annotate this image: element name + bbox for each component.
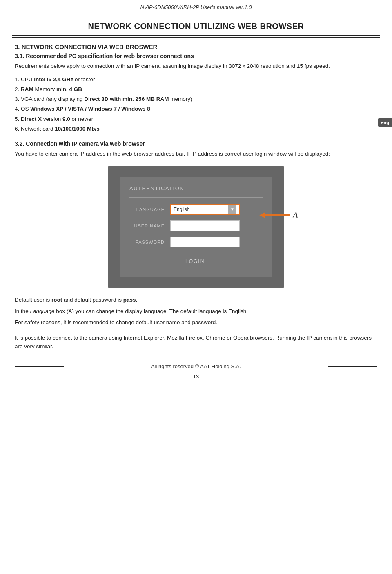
header-title: NVIP-6DN5060V/IRH-2P User's manual ver.1… [140, 4, 252, 10]
auth-divider [129, 197, 263, 198]
footer-area: All rights reserved © AAT Holding S.A. [0, 363, 392, 369]
auth-password-input[interactable] [170, 237, 240, 247]
auth-password-row: PASSWORD [129, 237, 263, 247]
safety-text: For safety reasons, it is recommended to… [15, 318, 377, 327]
spec-item-6: 6. Network card 10/100/1000 Mb/s [15, 124, 377, 134]
auth-language-input[interactable]: English ▼ [170, 204, 240, 215]
auth-username-label: USER NAME [129, 223, 170, 228]
main-title: NETWORK CONNECTION UTILIZING WEB BROWSER [88, 22, 304, 31]
spec-item-4: 4. OS Windows XP / VISTA / Windows 7 / W… [15, 104, 377, 114]
auth-username-input[interactable] [170, 220, 240, 231]
section-3-heading: 3. NETWORK CONNECTION VIA WEB BROSWER [15, 43, 377, 50]
section-3-2-heading: 3.2. Connection with IP camera via web b… [15, 140, 377, 147]
top-rule-thin [12, 37, 380, 38]
default-user-text: Default user is root and default passwor… [15, 296, 377, 305]
language-box-text: In the Language box (A) you can change t… [15, 307, 377, 316]
spec-item-3: 3. VGA card (any displaying Direct 3D wi… [15, 94, 377, 104]
footer-line-right [328, 366, 377, 367]
footer-copyright: All rights reserved © AAT Holding S.A. [64, 363, 328, 369]
annotation-arrow: A [265, 210, 298, 220]
auth-username-row: USER NAME [129, 220, 263, 231]
top-rule [12, 35, 380, 36]
dropdown-arrow-icon[interactable]: ▼ [228, 205, 236, 214]
annotation-label: A [293, 210, 298, 220]
auth-login-button[interactable]: LOGIN [176, 256, 214, 267]
footer-line-left [15, 366, 64, 367]
browsers-text: It is possible to connect to the camera … [15, 334, 377, 351]
page-number: 13 [0, 374, 392, 380]
section-3-2-body1: You have to enter camera IP address in t… [15, 149, 377, 158]
auth-language-label: LANGUAGE [129, 207, 170, 212]
auth-language-row: LANGUAGE English ▼ [129, 204, 263, 215]
auth-screenshot: AUTHENTICATION LANGUAGE English ▼ USER N… [108, 166, 284, 288]
section-3-1-body: Requirements below apply to connection w… [15, 62, 377, 71]
spec-item-5: 5. Direct X version 9.0 or newer [15, 114, 377, 124]
spec-item-1: 1. CPU Intel i5 2,4 GHz or faster [15, 75, 377, 85]
auth-title: AUTHENTICATION [129, 185, 263, 191]
spec-item-2: 2. RAM Memory min. 4 GB [15, 85, 377, 94]
section-3-1-heading: 3.1. Recommended PC specification for we… [15, 53, 377, 59]
auth-language-value: English [174, 207, 227, 212]
spec-list: 1. CPU Intel i5 2,4 GHz or faster 2. RAM… [15, 75, 377, 134]
auth-password-label: PASSWORD [129, 240, 170, 245]
eng-badge: eng [378, 118, 392, 127]
